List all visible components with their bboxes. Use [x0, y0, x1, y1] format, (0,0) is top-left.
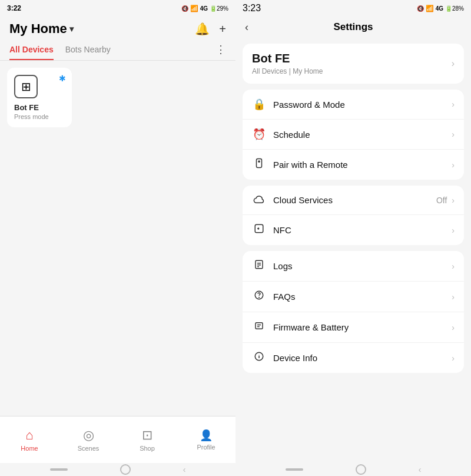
settings-item-device-info[interactable]: Device Info › [243, 343, 464, 373]
settings-item-password-left: 🔒 Password & Mode [252, 98, 345, 111]
faqs-arrow-icon: › [452, 292, 455, 302]
svg-point-14 [259, 354, 260, 355]
device-card-botfe[interactable]: ✱ ⊞ Bot FE Press mode [7, 68, 72, 127]
settings-device-name: Bot FE [252, 52, 323, 65]
settings-label-firmware: Firmware & Battery [273, 322, 349, 332]
info-icon [252, 351, 266, 365]
settings-item-schedule-right: › [452, 130, 455, 139]
settings-label-device-info: Device Info [273, 353, 317, 363]
device-info-card[interactable]: Bot FE All Devices | My Home › [243, 44, 464, 84]
shop-nav-icon: ⊡ [142, 428, 152, 443]
device-card-name: Bot FE [14, 103, 65, 112]
profile-nav-label: Profile [197, 444, 215, 451]
back-button[interactable]: ‹ [245, 21, 248, 34]
cloud-status-value: Off [436, 196, 447, 205]
nav-item-profile[interactable]: 👤 Profile [177, 429, 236, 451]
settings-group-3: Logs › FAQs [243, 251, 464, 373]
scenes-nav-icon: ◎ [83, 428, 94, 443]
settings-item-devinfo-right: › [452, 353, 455, 363]
device-card-icon: ⊞ [14, 75, 38, 98]
battery-icon: 🔋29% [210, 5, 228, 12]
settings-content: Bot FE All Devices | My Home › 🔒 Passwor… [236, 39, 471, 463]
scenes-nav-label: Scenes [78, 445, 99, 452]
home-title-container[interactable]: My Home ▾ [9, 21, 74, 37]
logs-icon [252, 259, 266, 273]
home-title-text: My Home [9, 21, 67, 37]
right-gesture-pill [286, 468, 303, 471]
devinfo-arrow-icon: › [452, 353, 455, 363]
tab-all-devices[interactable]: All Devices [9, 39, 54, 60]
devices-grid: ✱ ⊞ Bot FE Press mode [0, 61, 236, 416]
tab-bots-nearby[interactable]: Bots Nearby [65, 39, 111, 60]
device-card-mode: Press mode [14, 113, 65, 120]
network-type: 4G [200, 5, 208, 12]
password-arrow-icon: › [452, 100, 455, 109]
signal-icon: 📶 [190, 5, 198, 12]
settings-item-firmware-left: Firmware & Battery [252, 320, 349, 334]
cloud-arrow-icon: › [452, 196, 455, 205]
settings-item-firmware[interactable]: Firmware & Battery › [243, 312, 464, 343]
nav-item-home[interactable]: ⌂ Home [0, 428, 59, 452]
left-panel: 3:22 🔇 📶 4G 🔋29% My Home ▾ 🔔 + All Devic… [0, 0, 236, 476]
bluetooth-icon: ✱ [59, 74, 66, 83]
settings-item-nfc[interactable]: NFC › [243, 215, 464, 245]
nav-item-shop[interactable]: ⊡ Shop [118, 428, 177, 452]
svg-point-1 [258, 161, 260, 162]
settings-item-logs[interactable]: Logs › [243, 251, 464, 282]
settings-item-cloud[interactable]: Cloud Services Off › [243, 186, 464, 215]
svg-point-8 [259, 297, 260, 298]
header-icons-group: 🔔 + [195, 22, 226, 36]
home-nav-icon: ⌂ [25, 428, 33, 443]
right-mute-icon: 🔇 [417, 5, 424, 12]
notification-icon[interactable]: 🔔 [195, 22, 210, 36]
schedule-arrow-icon: › [452, 130, 455, 139]
settings-label-logs: Logs [273, 261, 293, 271]
settings-group-2: Cloud Services Off › NFC [243, 186, 464, 245]
left-time: 3:22 [7, 4, 21, 12]
settings-item-pair-left: Pair with a Remote [252, 158, 348, 171]
nfc-arrow-icon: › [452, 226, 455, 235]
settings-label-nfc: NFC [273, 225, 291, 235]
device-info-arrow: › [452, 58, 455, 69]
settings-item-devinfo-left: Device Info [252, 351, 317, 365]
settings-item-pair-right: › [452, 160, 455, 170]
bottom-nav: ⌂ Home ◎ Scenes ⊡ Shop 👤 Profile [0, 416, 236, 463]
shop-nav-label: Shop [140, 445, 155, 452]
settings-label-password: Password & Mode [273, 100, 345, 110]
settings-item-password-right: › [452, 100, 455, 109]
right-network-type: 4G [436, 5, 443, 12]
gesture-circle [120, 464, 131, 475]
right-status-icons: 🔇 📶 4G 🔋28% [417, 5, 464, 12]
gesture-back-icon: ‹ [183, 465, 186, 474]
tabs-left: All Devices Bots Nearby [9, 39, 111, 60]
settings-item-pair-remote[interactable]: Pair with a Remote › [243, 150, 464, 180]
settings-item-nfc-right: › [452, 226, 455, 235]
right-panel: 3:23 🔇 📶 4G 🔋28% ‹ Settings Bot FE All D… [236, 0, 471, 476]
right-battery-icon: 🔋28% [445, 5, 464, 12]
faqs-icon [252, 290, 266, 303]
settings-item-password-mode[interactable]: 🔒 Password & Mode › [243, 90, 464, 120]
nfc-icon [252, 223, 266, 237]
right-header: ‹ Settings [236, 16, 471, 39]
right-time: 3:23 [243, 3, 261, 14]
add-device-icon[interactable]: + [219, 22, 226, 36]
firmware-arrow-icon: › [452, 323, 455, 332]
right-status-bar: 3:23 🔇 📶 4G 🔋28% [236, 0, 471, 16]
settings-title: Settings [333, 21, 373, 33]
left-gesture-bar: ‹ [0, 463, 236, 476]
logs-arrow-icon: › [452, 262, 455, 271]
settings-item-logs-left: Logs [252, 259, 293, 273]
settings-item-logs-right: › [452, 262, 455, 271]
tabs-more-icon[interactable]: ⋮ [215, 43, 226, 56]
right-gesture-bar: ‹ [236, 463, 471, 476]
settings-item-faqs[interactable]: FAQs › [243, 282, 464, 312]
nav-item-scenes[interactable]: ◎ Scenes [59, 428, 118, 452]
settings-item-faqs-right: › [452, 292, 455, 302]
left-status-icons: 🔇 📶 4G 🔋29% [181, 5, 228, 12]
right-gesture-back-icon: ‹ [419, 465, 422, 474]
svg-rect-9 [256, 323, 263, 329]
gesture-pill [50, 468, 68, 471]
tabs-bar: All Devices Bots Nearby ⋮ [0, 39, 236, 61]
settings-item-schedule[interactable]: ⏰ Schedule › [243, 120, 464, 150]
lock-icon: 🔒 [252, 98, 266, 111]
